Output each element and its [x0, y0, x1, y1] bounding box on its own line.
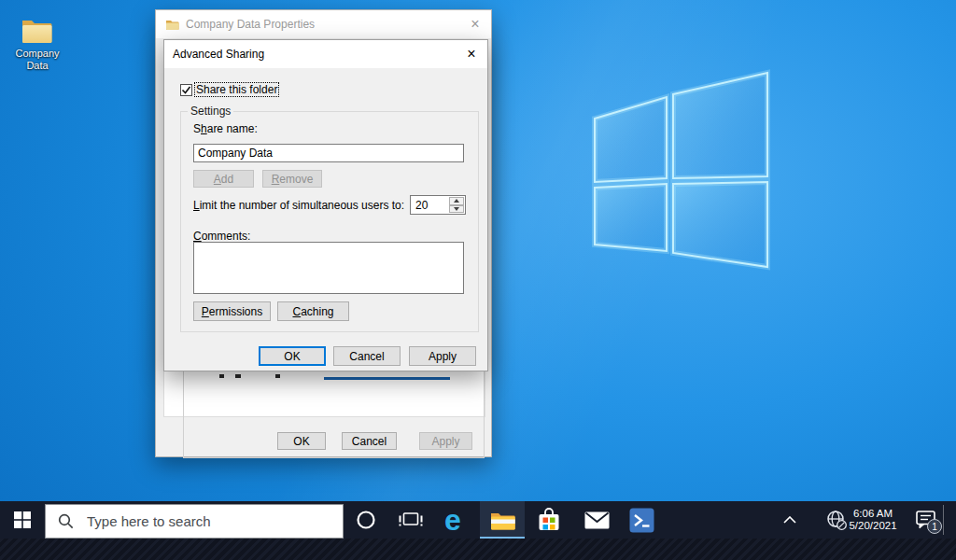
- chevron-up-icon: [783, 516, 796, 524]
- mail-button[interactable]: [574, 501, 619, 539]
- search-input[interactable]: [87, 513, 343, 529]
- search-icon: [58, 513, 74, 529]
- comments-textarea[interactable]: [193, 242, 464, 294]
- clock-date: 5/20/2021: [849, 520, 896, 532]
- comments-label: Comments:: [193, 230, 250, 243]
- advanced-sharing-button-fragment: [324, 377, 450, 380]
- settings-group-label: Settings: [188, 105, 233, 118]
- close-icon[interactable]: ×: [459, 10, 491, 37]
- cancel-button[interactable]: Cancel: [342, 432, 397, 450]
- close-icon[interactable]: ×: [456, 40, 487, 67]
- folder-icon: [165, 19, 179, 31]
- cortana-icon: [356, 510, 376, 530]
- file-explorer-button[interactable]: [480, 501, 525, 539]
- share-name-label: Share name:: [193, 122, 258, 135]
- share-this-folder-checkbox[interactable]: [180, 84, 192, 96]
- ok-button[interactable]: OK: [259, 346, 326, 366]
- action-center-button[interactable]: 1: [907, 501, 945, 539]
- powershell-button[interactable]: [619, 501, 664, 539]
- edge-button[interactable]: e: [433, 501, 478, 539]
- advanced-sharing-title: Advanced Sharing: [173, 48, 264, 61]
- mail-icon: [584, 511, 610, 529]
- cancel-button[interactable]: Cancel: [333, 346, 401, 366]
- show-desktop-button[interactable]: [943, 505, 944, 535]
- taskbar: e: [0, 501, 956, 539]
- cortana-button[interactable]: [344, 501, 388, 539]
- properties-title: Company Data Properties: [186, 18, 315, 31]
- caching-button[interactable]: Caching: [277, 301, 349, 321]
- svg-text:e: e: [444, 506, 461, 534]
- screen-letterbox-hatch: [0, 539, 956, 560]
- taskbar-clock[interactable]: 6:06 AM 5/20/2021: [843, 501, 903, 539]
- notification-badge: 1: [927, 519, 942, 534]
- spin-up-button[interactable]: [449, 197, 464, 205]
- clipped-text-fragment: [235, 374, 241, 378]
- edge-icon: e: [442, 506, 470, 534]
- clipped-text-fragment: [219, 374, 224, 378]
- limit-users-input[interactable]: [411, 196, 448, 214]
- store-button[interactable]: [527, 501, 571, 539]
- arrow-down-icon: [454, 207, 459, 211]
- advanced-sharing-titlebar[interactable]: Advanced Sharing ×: [164, 40, 487, 68]
- spin-down-button[interactable]: [449, 205, 464, 214]
- spinner-buttons: [449, 197, 464, 213]
- powershell-icon: [629, 508, 654, 533]
- clock-time: 6:06 AM: [853, 508, 893, 520]
- advanced-sharing-dialog: Advanced Sharing × Share this folder Set…: [163, 39, 488, 371]
- desktop: Company Data Company Data Properties × O…: [0, 0, 956, 560]
- limit-users-spinner[interactable]: [410, 195, 466, 215]
- add-button: Add: [193, 170, 254, 188]
- ok-button[interactable]: OK: [277, 432, 326, 450]
- arrow-up-icon: [454, 199, 459, 203]
- folder-icon: [21, 17, 54, 45]
- share-this-folder-label[interactable]: Share this folder: [195, 83, 278, 96]
- limit-users-label: Limit the number of simultaneous users t…: [193, 199, 404, 212]
- task-view-button[interactable]: [388, 501, 433, 539]
- desktop-icon-label: Company Data: [4, 48, 71, 72]
- task-view-icon: [399, 511, 423, 528]
- apply-button: Apply: [419, 432, 472, 450]
- remove-button: Remove: [262, 170, 322, 188]
- taskbar-search[interactable]: [45, 504, 344, 539]
- start-button[interactable]: [0, 501, 45, 539]
- store-icon: [538, 508, 560, 532]
- properties-titlebar[interactable]: Company Data Properties ×: [156, 10, 491, 38]
- checkmark-icon: [181, 85, 191, 95]
- clipped-text-fragment: [275, 374, 280, 378]
- apply-button[interactable]: Apply: [409, 346, 476, 366]
- desktop-icon-company-data[interactable]: Company Data: [4, 17, 71, 72]
- share-name-input[interactable]: [193, 144, 464, 162]
- tray-chevron-button[interactable]: [771, 501, 808, 539]
- file-explorer-icon: [490, 511, 515, 530]
- windows-logo-icon: [14, 511, 31, 528]
- permissions-button[interactable]: Permissions: [193, 301, 271, 321]
